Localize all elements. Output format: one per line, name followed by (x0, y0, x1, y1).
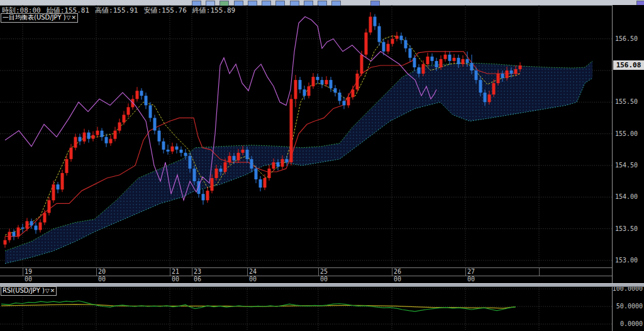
rsi-minimize-button[interactable]: ▽ (45, 288, 50, 294)
candle-body (92, 135, 95, 139)
candle-body (211, 178, 214, 191)
candle-body (378, 26, 381, 42)
date-label: 23 (194, 268, 201, 276)
candle-body (466, 59, 469, 63)
time-label: 00 (172, 276, 179, 283)
trading-app-window: 時刻:08:00始値:155.81高値:155.91安値:155.76終値:15… (0, 0, 644, 331)
ichimoku-panel-title: 一目均衡表(USD/JPY ) (3, 14, 66, 21)
candle-body (514, 69, 518, 74)
candle-body (400, 36, 403, 40)
candle-body (352, 89, 355, 97)
date-tick-mark (23, 268, 23, 276)
candle-body (153, 118, 157, 130)
candle-body (312, 77, 315, 86)
candle-body (193, 169, 196, 181)
candle-body (290, 99, 293, 162)
candle-body (79, 137, 82, 142)
rsi-chart-canvas[interactable] (0, 286, 612, 331)
candle-body (74, 137, 77, 148)
time-label: 00 (249, 276, 257, 283)
candle-body (242, 150, 245, 153)
candle-body (382, 42, 386, 52)
candle-body (369, 17, 372, 33)
candle-body (96, 131, 99, 135)
date-tick-mark (539, 268, 540, 276)
panel-splitter[interactable] (0, 283, 644, 287)
candle-body (8, 232, 11, 240)
price-axis: 156.08 156.50155.50155.00154.50154.00153… (612, 5, 644, 331)
time-label: 00 (320, 276, 328, 283)
date-label: 27 (467, 268, 475, 276)
candle-body (325, 80, 328, 84)
candle-body (259, 179, 262, 188)
candle-body (374, 17, 377, 26)
price-axis-label: 153.50 (615, 225, 638, 232)
candle-body (202, 194, 205, 200)
candle-body (52, 184, 55, 200)
candle-body (519, 65, 522, 69)
candle-body (61, 173, 64, 189)
rsi-axis-label: 0.0000 (620, 320, 643, 327)
candle-body (57, 184, 60, 189)
ichimoku-cloud (5, 61, 592, 264)
candle-body (268, 169, 271, 178)
date-tick-mark (465, 268, 466, 276)
candle-body (39, 222, 42, 230)
candle-body (391, 39, 394, 44)
candle-body (444, 55, 447, 59)
candle-body (360, 55, 364, 74)
ohlc-field: 高値:155.91 (95, 6, 138, 14)
candle-body (457, 58, 460, 64)
candle-body (35, 226, 38, 230)
candle-body (501, 74, 504, 78)
candle-body (303, 89, 306, 96)
candle-body (162, 142, 165, 150)
candle-body (123, 115, 126, 122)
date-tick-mark (96, 268, 97, 276)
candle-body (171, 147, 174, 152)
main-chart-canvas[interactable] (0, 5, 612, 285)
candle-body (109, 139, 113, 143)
candle-body (492, 83, 496, 94)
candle-body (497, 74, 500, 83)
candle-body (48, 200, 51, 213)
candle-body (286, 159, 289, 162)
candle-body (277, 162, 280, 167)
candle-body (396, 36, 399, 39)
candle-body (17, 228, 20, 237)
ichimoku-minimize-button[interactable]: ▽ (67, 14, 71, 21)
candles (4, 12, 522, 247)
candle-body (308, 86, 311, 96)
candle-body (506, 70, 509, 78)
rsi-close-button[interactable]: ✕ (50, 288, 55, 294)
rsi-panel-title: RSI(USD/JPY ) (3, 287, 45, 294)
time-label: 00 (467, 276, 475, 283)
candle-body (105, 137, 108, 143)
time-label: 00 (394, 276, 401, 283)
ichimoku-close-button[interactable]: ✕ (72, 14, 77, 21)
date-tick-mark (170, 268, 170, 276)
candle-body (219, 169, 223, 172)
candle-body (228, 156, 231, 162)
candle-body (316, 77, 319, 80)
candle-body (87, 133, 91, 139)
candle-body (453, 58, 456, 61)
candle-body (387, 44, 390, 52)
candle-body (127, 107, 130, 115)
price-axis-label: 153.00 (615, 257, 638, 264)
candle-body (101, 131, 104, 137)
candle-body (321, 80, 324, 84)
candle-body (189, 156, 192, 169)
date-tick-mark (247, 268, 248, 276)
candle-body (448, 55, 452, 61)
candle-body (479, 80, 482, 93)
candle-body (462, 59, 465, 64)
x-axis-date-strip: 1920212324252627 (0, 267, 612, 276)
candle-body (356, 74, 359, 89)
ohlc-field: 安値:155.76 (143, 6, 186, 14)
candle-body (338, 93, 341, 101)
candle-body (43, 213, 47, 222)
date-label: 20 (98, 268, 106, 276)
candle-body (136, 91, 139, 99)
candle-body (167, 150, 170, 152)
